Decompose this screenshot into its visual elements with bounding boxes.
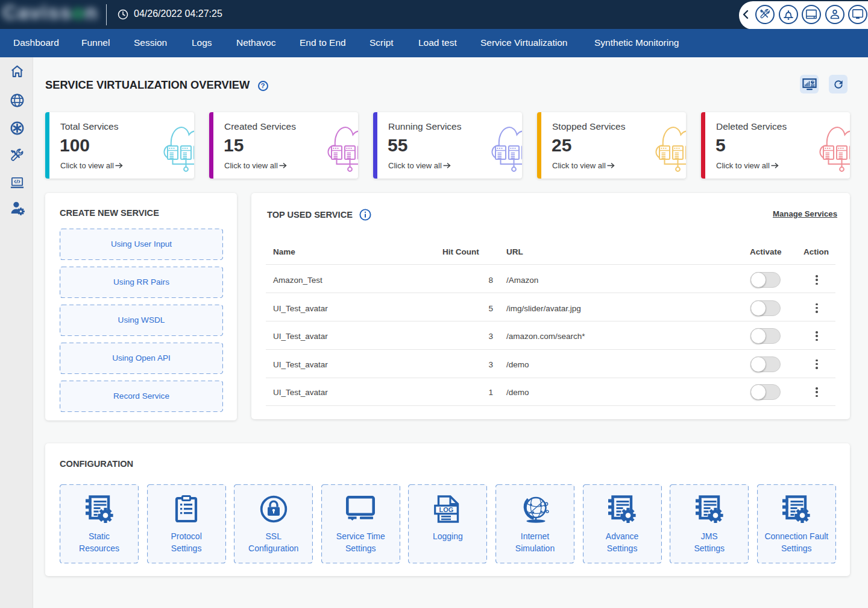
svg-text:LOG: LOG: [439, 506, 453, 513]
